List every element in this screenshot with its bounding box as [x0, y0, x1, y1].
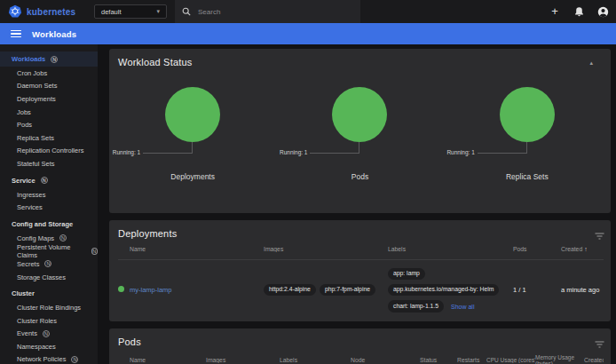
kubernetes-logo[interactable]: kubernetes — [0, 4, 94, 19]
show-all-link[interactable]: Show all — [451, 304, 474, 310]
topbar-actions: + — [549, 5, 609, 18]
chart-title: Pods — [276, 172, 443, 181]
filter-button[interactable] — [595, 229, 604, 242]
deployment-pods-count: 1 / 1 — [513, 286, 561, 294]
namespace-selector[interactable]: default ▾ — [94, 4, 167, 19]
account-button[interactable] — [596, 5, 609, 18]
sidebar-item-cron-jobs[interactable]: Cron Jobs — [0, 67, 98, 80]
page-title: Workloads — [32, 29, 76, 39]
account-circle-icon — [597, 6, 609, 18]
column-header-created[interactable]: Created↑ — [584, 357, 604, 363]
sidebar-item-persistent-volume-claims[interactable]: Persistent Volume ClaimsN — [0, 245, 98, 258]
label-chip: app: lamp — [388, 268, 425, 280]
sidebar-item-storage-classes[interactable]: Storage Classes — [0, 271, 98, 284]
workload-status-charts: Running: 1 Deployments Running: 1 Pods R… — [109, 67, 611, 213]
pods-pie-chart: Running: 1 Pods — [276, 87, 443, 201]
sidebar-item-namespaces[interactable]: Namespaces — [0, 340, 98, 353]
pie-callout-line — [310, 142, 359, 154]
workload-status-title: Workload Status — [109, 49, 611, 67]
deployment-images: httpd:2.4-alpine php:7-fpm-alpine — [264, 282, 388, 297]
plus-icon: + — [551, 6, 558, 17]
chart-title: Deployments — [109, 172, 276, 181]
sidebar-item-events[interactable]: EventsN — [0, 328, 98, 341]
sidebar-item-deployments[interactable]: Deployments — [0, 92, 98, 106]
column-header-created[interactable]: Created↑ — [561, 246, 604, 252]
pie-slice-running — [500, 87, 555, 142]
deployment-name-link[interactable]: my-lamp-lamp — [130, 286, 264, 294]
sidebar-item-network-policies[interactable]: Network PoliciesN — [0, 353, 98, 364]
filter-button[interactable] — [595, 337, 604, 351]
image-chip: php:7-fpm-alpine — [320, 284, 375, 296]
label-chip: chart: lamp-1.1.5 — [388, 300, 444, 312]
replica-sets-pie-chart: Running: 1 Replica Sets — [444, 87, 611, 201]
status-ok-icon — [118, 286, 124, 292]
sidebar: WorkloadsN Cron Jobs Daemon Sets Deploym… — [0, 44, 98, 364]
column-header-name[interactable]: Name — [130, 357, 206, 363]
workload-status-card: Workload Status ▴ Running: 1 Deployments… — [109, 49, 611, 213]
namespace-value: default — [101, 8, 122, 16]
pie-callout-label: Running: 1 — [446, 149, 474, 155]
column-header-status: Status — [420, 357, 457, 363]
collapse-card-button[interactable]: ▴ — [589, 59, 593, 67]
pie-callout-line — [478, 142, 527, 154]
column-header-pods: Pods — [513, 246, 561, 252]
sidebar-item-jobs[interactable]: Jobs — [0, 106, 98, 119]
sidebar-item-secrets[interactable]: SecretsN — [0, 257, 98, 271]
pods-title: Pods — [109, 328, 611, 347]
namespaced-badge: N — [71, 356, 78, 363]
column-header-name[interactable]: Name — [130, 246, 264, 252]
bell-icon — [574, 6, 584, 17]
pods-card: Pods Name Images Labels Node Status Rest… — [109, 328, 611, 364]
sidebar-item-stateful-sets[interactable]: Stateful Sets — [0, 157, 98, 170]
pie-callout-line — [143, 142, 193, 154]
column-header-cpu: CPU Usage (cores) — [486, 357, 535, 363]
sidebar-item-cluster-role-bindings[interactable]: Cluster Role Bindings — [0, 301, 98, 314]
column-header-memory: Memory Usage (bytes) — [535, 354, 584, 364]
sidebar-item-ingresses[interactable]: Ingresses — [0, 188, 98, 202]
label-chip: app.kubernetes.io/managed-by: Helm — [388, 284, 499, 296]
kubernetes-helm-icon — [8, 4, 22, 19]
sidebar-item-cluster-roles[interactable]: Cluster Roles — [0, 314, 98, 328]
search-input[interactable] — [198, 8, 331, 16]
image-chip: httpd:2.4-alpine — [264, 284, 316, 296]
sidebar-item-service[interactable]: ServiceN — [0, 173, 98, 188]
app-bar: Workloads — [0, 23, 616, 44]
deployments-table-header: Name Images Labels Pods Created↑ — [118, 239, 604, 260]
sidebar-item-services[interactable]: Services — [0, 201, 98, 214]
sort-ascending-icon: ↑ — [584, 246, 588, 252]
chart-title: Replica Sets — [444, 172, 611, 181]
sidebar-section-cluster: Cluster — [0, 286, 98, 301]
pie-callout-label: Running: 1 — [113, 149, 140, 155]
create-resource-button[interactable]: + — [549, 5, 561, 18]
menu-icon[interactable] — [11, 30, 21, 38]
pie-callout-label: Running: 1 — [280, 149, 307, 155]
namespaced-badge: N — [51, 56, 58, 63]
brand-text: kubernetes — [27, 7, 75, 17]
notifications-button[interactable] — [573, 5, 585, 18]
namespaced-badge: N — [44, 260, 51, 267]
deployments-card: Deployments Name Images Labels Pods Crea… — [109, 220, 611, 321]
main-content: Workload Status ▴ Running: 1 Deployments… — [98, 44, 616, 364]
sidebar-item-pods[interactable]: Pods — [0, 118, 98, 131]
namespaced-badge: N — [41, 177, 48, 184]
column-header-labels: Labels — [280, 357, 351, 363]
sidebar-section-config-and-storage: Config and Storage — [0, 217, 98, 232]
deployment-created[interactable]: a minute ago — [561, 286, 599, 294]
deployments-title: Deployments — [109, 220, 611, 239]
chevron-down-icon: ▾ — [156, 8, 160, 15]
sidebar-item-replication-controllers[interactable]: Replication Controllers — [0, 145, 98, 158]
pie-slice-running — [165, 87, 220, 142]
search-bar[interactable] — [175, 0, 360, 23]
search-icon — [182, 7, 191, 16]
top-bar: kubernetes default ▾ + — [0, 0, 616, 23]
column-header-restarts: Restarts — [457, 357, 486, 363]
sidebar-item-workloads[interactable]: WorkloadsN — [0, 51, 98, 67]
namespaced-badge: N — [91, 248, 98, 255]
sidebar-item-replica-sets[interactable]: Replica Sets — [0, 131, 98, 145]
filter-icon — [595, 233, 604, 240]
column-header-node: Node — [351, 357, 420, 363]
sidebar-item-daemon-sets[interactable]: Daemon Sets — [0, 80, 98, 93]
deployment-labels: app: lamp app.kubernetes.io/managed-by: … — [388, 265, 513, 314]
filter-icon — [595, 341, 604, 348]
pie-slice-running — [332, 87, 387, 142]
